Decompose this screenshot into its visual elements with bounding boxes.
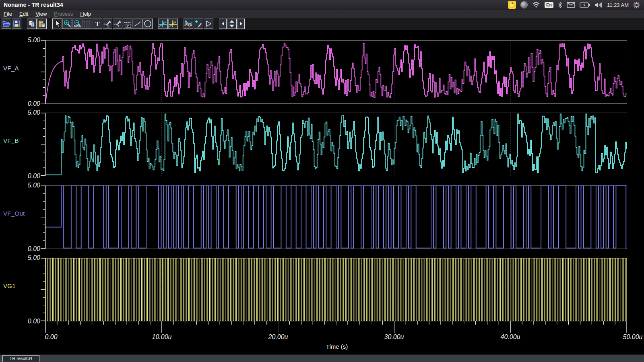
cursor-b-icon: b (169, 20, 178, 28)
save-icon (13, 20, 20, 27)
scroll-left-button[interactable] (219, 19, 227, 29)
x-tick-label: 20.00u (258, 333, 298, 341)
select-arrow-icon (54, 20, 60, 27)
trace-label-vf_out: VF_Out (3, 210, 25, 217)
toolbar-separator (214, 24, 219, 24)
app-bird-icon[interactable] (508, 1, 516, 9)
y-tick-label: 5.00 (10, 254, 40, 261)
line-icon (134, 20, 142, 28)
toolbar-separator (153, 24, 158, 24)
svg-text:T: T (95, 20, 100, 27)
svg-text:T: T (107, 25, 109, 28)
copy-icon (28, 20, 35, 27)
colored-curves-icon (184, 20, 193, 28)
menu-item-help[interactable]: Help (76, 10, 95, 17)
x-tick-label: 10.00u (142, 333, 182, 341)
waveform-panel-vg1[interactable] (41, 258, 629, 322)
folder-open-icon (2, 20, 10, 27)
wifi-icon[interactable] (532, 2, 540, 8)
copy-button[interactable] (27, 19, 37, 29)
grid-icon (84, 20, 91, 27)
waveform-panel-vf_a[interactable] (41, 40, 629, 105)
arrow-left-icon (221, 21, 225, 26)
x-tick-label: 50.00u (613, 333, 644, 341)
desktop: { "window": { "title": "Noname - TR resu… (0, 0, 644, 362)
trace-label-vg1: VG1 (3, 282, 16, 289)
trace-label-vf_a: VF_A (3, 65, 19, 72)
scroll-right-button[interactable] (237, 19, 245, 29)
trace-label-vf_b: VF_B (3, 137, 19, 144)
text-tool-button[interactable]: T (93, 19, 102, 29)
mail-icon[interactable] (567, 2, 575, 8)
waveform-plot-area[interactable]: VF_A5.000.00VF_B5.000.00VF_Out5.000.00VG… (0, 30, 644, 354)
zoom-in-button[interactable] (62, 19, 72, 29)
x-tick-label: 30.00u (374, 333, 414, 341)
y-tick-label: 5.00 (10, 182, 40, 189)
curve-query-button[interactable]: ? (113, 19, 122, 29)
toolbar-separator (22, 24, 27, 24)
bluetooth-icon[interactable] (558, 2, 562, 8)
menu-item-file[interactable]: File (0, 10, 16, 17)
session-gear-icon[interactable] (633, 2, 640, 8)
paste-icon (38, 20, 45, 27)
curve-arrow-q-icon: ? (114, 20, 122, 28)
camera-orb-icon[interactable] (520, 1, 528, 8)
y-tick-label: 0.00 (10, 173, 40, 180)
x-tick-label: 0.00 (31, 333, 71, 341)
svg-text:100%: 100% (74, 25, 81, 28)
y-tick-label: 5.00 (10, 37, 40, 44)
arrow-right-icon (239, 21, 243, 26)
play-icon (205, 20, 212, 27)
ellipse-icon (144, 20, 152, 28)
save-button[interactable] (12, 19, 21, 29)
arrows-up-down-icon (229, 20, 235, 28)
waveform-panel-vf_b[interactable] (41, 113, 629, 177)
grid-toggle-button[interactable] (83, 19, 92, 29)
curve-arrow-t-icon: T (103, 20, 111, 28)
toolbar-separator (47, 24, 52, 24)
curve-legend-icon (124, 20, 132, 28)
document-tab[interactable]: TR result34 (2, 355, 39, 362)
scroll-vertical-button[interactable] (227, 19, 237, 29)
text-icon: T (94, 20, 101, 27)
x-axis (41, 321, 629, 334)
x-tick-label: 40.00u (490, 333, 530, 341)
waveform-panel-vf_out[interactable] (41, 185, 629, 250)
keyboard-layout-indicator[interactable]: En (545, 2, 553, 8)
x-axis-title: Time (s) (313, 343, 361, 350)
menu-item-view[interactable]: View (32, 10, 50, 17)
line-tool-button[interactable] (133, 19, 142, 29)
svg-text:a: a (163, 20, 165, 24)
run-button[interactable] (204, 19, 213, 29)
window-title: Noname - TR result34 (0, 2, 63, 8)
paste-button[interactable] (37, 19, 47, 29)
status-bar: TR result34 (0, 354, 644, 362)
tray-clock[interactable]: 11:23 AM (607, 2, 629, 8)
zoom-100-icon: 100% (73, 20, 81, 28)
zoom-in-icon (63, 20, 71, 28)
menu-item-process[interactable]: Process (50, 10, 76, 17)
y-tick-label: 0.00 (10, 100, 40, 107)
svg-text:?: ? (117, 25, 119, 28)
cursor-a-icon: a (159, 20, 167, 28)
open-button[interactable] (2, 19, 11, 29)
battery-icon[interactable] (580, 2, 590, 8)
menu-bar: FileEditViewProcessHelp (0, 10, 644, 18)
legend-tool-button[interactable] (123, 19, 132, 29)
volume-icon[interactable] (594, 2, 603, 8)
select-tool-button[interactable] (52, 19, 62, 29)
cursor-a-button[interactable]: a (158, 19, 168, 29)
add-curves-button[interactable] (184, 19, 193, 29)
zoom-100-button[interactable]: 100% (72, 19, 82, 29)
menu-item-edit[interactable]: Edit (16, 10, 32, 17)
y-tick-label: 5.00 (10, 109, 40, 116)
title-bar[interactable]: Noname - TR result34 En (0, 0, 644, 10)
y-tick-label: 0.00 (10, 245, 40, 253)
cursor-b-button[interactable]: b (168, 19, 178, 29)
probe-tool-button[interactable] (194, 19, 203, 29)
ellipse-tool-button[interactable] (143, 19, 153, 29)
toolbar: 100%TT?ab (0, 18, 644, 30)
system-tray: En 11:23 A (508, 0, 644, 10)
curve-annotate-button[interactable]: T (103, 19, 112, 29)
svg-text:b: b (173, 20, 175, 24)
